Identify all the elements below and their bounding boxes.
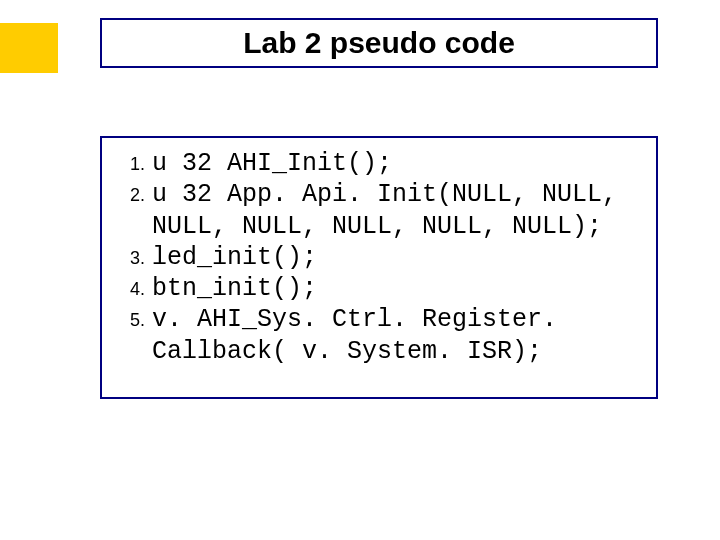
code-line: btn_init(); [150,273,642,304]
code-line: u 32 AHI_Init(); [150,148,642,179]
code-line: led_init(); [150,242,642,273]
slide-title: Lab 2 pseudo code [243,26,515,60]
slide: Lab 2 pseudo code u 32 AHI_Init(); u 32 … [0,0,720,540]
accent-bar [0,23,58,73]
code-list: u 32 AHI_Init(); u 32 App. Api. Init(NUL… [116,148,642,367]
code-line: u 32 App. Api. Init(NULL, NULL, NULL, NU… [150,179,642,242]
code-line: v. AHI_Sys. Ctrl. Register. Callback( v.… [150,304,642,367]
content-box: u 32 AHI_Init(); u 32 App. Api. Init(NUL… [100,136,658,399]
title-box: Lab 2 pseudo code [100,18,658,68]
